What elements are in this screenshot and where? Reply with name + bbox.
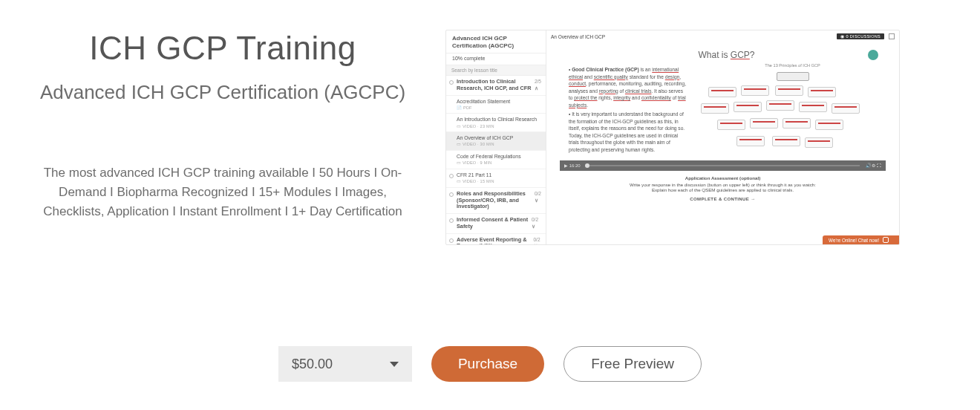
course-description: The most advanced ICH GCP training avail…	[30, 163, 416, 222]
preview-lesson-row[interactable]: An Overview of ICH GCP ▭ VIDEO · 30 MIN	[446, 132, 546, 151]
assessment-line2: Explain how each of the QSEM guidelines …	[569, 187, 877, 192]
chevron-down-icon: ∨	[532, 224, 535, 229]
player-controls-icons[interactable]: 🔊 ⚙ ⛶	[866, 163, 881, 168]
preview-module-title: Introduction to Clinical Research, ICH G…	[457, 79, 532, 92]
mindmap-diagram: The 13 Principles of ICH GCP	[701, 66, 884, 155]
slide-text: • Good Clinical Practice (GCP) is an int…	[569, 66, 687, 156]
preview-lesson-meta: ▭ VIDEO · 30 MIN	[457, 142, 541, 147]
chevron-up-icon: ∧	[535, 85, 538, 91]
video-player-bar[interactable]: ▶ 16:20 🔊 ⚙ ⛶	[560, 160, 886, 171]
preview-lesson-title: Accreditation Statement	[457, 99, 510, 104]
preview-lesson-meta: ▭ VIDEO · 15 MIN	[457, 179, 541, 184]
preview-lesson-title: CFR 21 Part 11	[457, 172, 491, 178]
assessment-label: Application Assessment (optional)	[569, 175, 877, 180]
preview-lesson-row[interactable]: An Introduction to Clinical Research ▭ V…	[446, 114, 546, 132]
course-preview-screenshot: Advanced ICH GCP Certification (AGCPC) 1…	[445, 30, 900, 245]
preview-lesson-title: An Overview of ICH GCP	[457, 135, 513, 140]
assessment-line1: Write your response in the discussion (b…	[569, 182, 877, 187]
chevron-down-icon: ∨	[535, 198, 538, 203]
preview-topbar-title: An Overview of ICH GCP	[551, 34, 605, 39]
price-dropdown[interactable]: $50.00	[278, 346, 412, 382]
player-time: ▶ 16:20	[564, 163, 581, 168]
preview-module-fraction: 0/2	[532, 217, 538, 222]
preview-sidebar-title: Advanced ICH GCP Certification (AGCPC)	[446, 30, 546, 53]
preview-module-row[interactable]: Introduction to Clinical Research, ICH G…	[446, 76, 546, 96]
preview-lesson-row[interactable]: CFR 21 Part 11 ▭ VIDEO · 15 MIN	[446, 169, 546, 188]
preview-lesson-title: An Introduction to Clinical Research	[457, 117, 537, 122]
preview-module-row[interactable]: Adverse Event Reporting & Responsibiliti…	[446, 234, 546, 245]
avatar[interactable]	[868, 50, 878, 60]
preview-lesson-row[interactable]: Code of Federal Regulations ▭ VIDEO · 9 …	[446, 151, 546, 169]
preview-module-row[interactable]: Informed Consent & Patient Safety 0/2 ∨	[446, 214, 546, 234]
complete-continue-button[interactable]: COMPLETE & CONTINUE →	[569, 197, 877, 201]
preview-module-fraction: 0/2	[534, 237, 540, 242]
course-subtitle: Advanced ICH GCP Certification (AGCPC)	[30, 80, 416, 105]
preview-module-fraction: 2/5	[535, 79, 541, 84]
course-title: ICH GCP Training	[30, 30, 416, 67]
preview-lesson-meta: ▭ VIDEO · 23 MIN	[457, 124, 541, 129]
preview-lesson-meta: 📄 PDF	[457, 105, 541, 111]
price-value: $50.00	[292, 357, 333, 372]
preview-search-input[interactable]: Search by lesson title	[446, 65, 546, 76]
slide-heading: What is GCP?	[569, 50, 884, 60]
chat-label: We're Online! Chat now!	[829, 238, 879, 243]
chevron-down-icon	[390, 362, 399, 367]
preview-progress: 10% complete	[446, 53, 546, 65]
preview-module-title: Roles and Responsibilities (Sponsor/CRO,…	[457, 191, 532, 210]
discussions-button[interactable]: ◉ 0 DISCUSSIONS	[837, 33, 884, 39]
free-preview-button[interactable]: Free Preview	[564, 346, 702, 382]
chevron-down-icon: ∨	[534, 243, 538, 245]
preview-module-row[interactable]: Roles and Responsibilities (Sponsor/CRO,…	[446, 188, 546, 214]
chat-widget[interactable]: We're Online! Chat now!	[823, 235, 899, 244]
purchase-button[interactable]: Purchase	[431, 346, 544, 382]
preview-lesson-title: Code of Federal Regulations	[457, 154, 521, 159]
preview-lesson-meta: ▭ VIDEO · 9 MIN	[457, 160, 541, 166]
preview-module-title: Informed Consent & Patient Safety	[457, 217, 529, 230]
preview-module-fraction: 0/2	[535, 191, 541, 196]
expand-icon[interactable]	[889, 33, 895, 39]
preview-lesson-row[interactable]: Accreditation Statement 📄 PDF	[446, 96, 546, 114]
chat-icon	[883, 237, 889, 243]
preview-module-title: Adverse Event Reporting & Responsibiliti…	[457, 237, 531, 245]
